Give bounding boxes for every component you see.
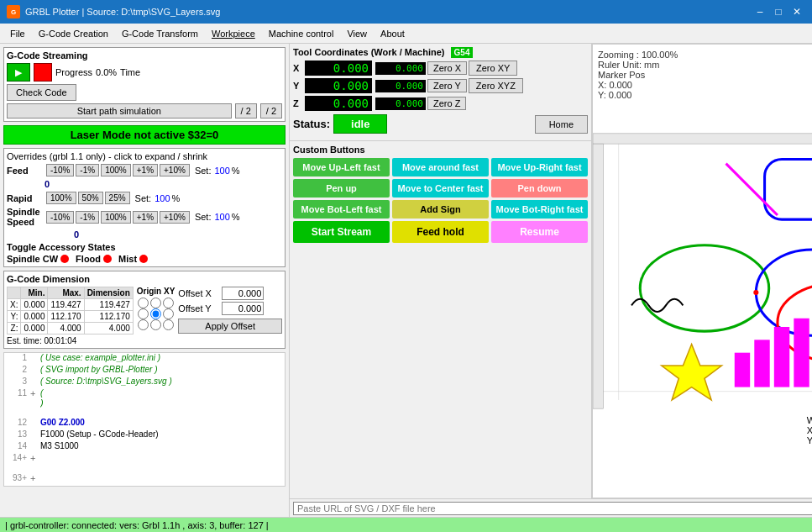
- custom-btn-4[interactable]: Move to Center fast: [392, 179, 489, 198]
- viz-area[interactable]: Zooming : 100.00% Ruler Unit: mm Marker …: [592, 44, 812, 498]
- stop-button[interactable]: [34, 63, 52, 82]
- custom-btn-1[interactable]: Move around fast: [392, 158, 489, 176]
- svg-point-5: [640, 245, 768, 331]
- zero-x-button[interactable]: Zero X: [427, 61, 467, 75]
- zero-xyz-button[interactable]: Zero XYZ: [469, 78, 523, 93]
- dim-th-dimension: Dimension: [84, 287, 133, 299]
- status-bar: | grbl-controller: connected: vers: Grbl…: [0, 517, 812, 532]
- apply-offset-button[interactable]: Apply Offset: [178, 319, 282, 334]
- line-expand[interactable]: +: [30, 453, 40, 463]
- start-stream-button[interactable]: Start Stream: [293, 221, 390, 243]
- feed-minus1[interactable]: -1%: [76, 164, 99, 176]
- mist-dot[interactable]: [139, 255, 148, 263]
- zero-z-button[interactable]: Zero Z: [427, 97, 466, 110]
- custom-btn-2[interactable]: Move Up-Right fast: [491, 158, 588, 176]
- code-editor[interactable]: 1 ( Use case: example_plotter.ini ) 2 ( …: [3, 352, 286, 487]
- zero-y-button[interactable]: Zero Y: [427, 79, 467, 92]
- minimize-button[interactable]: –: [752, 3, 768, 20]
- start-path-sim-button[interactable]: Start path simulation: [7, 103, 232, 119]
- fraction2-button[interactable]: / 2: [260, 103, 282, 119]
- feed-plus1[interactable]: +1%: [133, 164, 158, 176]
- spindle-100[interactable]: 100%: [101, 211, 131, 224]
- home-button[interactable]: Home: [535, 115, 588, 134]
- custom-btn-5[interactable]: Pen down: [491, 179, 588, 198]
- stream-row: Start Stream Feed hold Resume: [293, 221, 588, 243]
- custom-btn-0[interactable]: Move Up-Left fast: [293, 158, 390, 176]
- close-button[interactable]: ✕: [788, 3, 805, 20]
- line-number: 93+: [6, 473, 27, 482]
- status-label: Status:: [293, 118, 330, 130]
- custom-btn-6[interactable]: Move Bot-Left fast: [293, 200, 390, 219]
- origin-radio-topleft[interactable]: [138, 298, 149, 308]
- origin-section: Origin XY: [137, 287, 175, 330]
- play-button[interactable]: ▶: [7, 63, 30, 82]
- url-input[interactable]: [293, 502, 812, 515]
- line-number: 11: [6, 388, 27, 398]
- custom-btn-7[interactable]: Add Sign: [392, 200, 489, 219]
- spindle-cw-label: Spindle CW: [7, 254, 58, 264]
- rapid-100[interactable]: 100%: [46, 192, 76, 204]
- feed-minus10[interactable]: -10%: [46, 164, 74, 176]
- rapid-50[interactable]: 50%: [78, 192, 103, 204]
- list-item: 3 ( Source: D:\tmp\SVG_Layers.svg ): [4, 377, 285, 388]
- spindle-minus10[interactable]: -10%: [46, 211, 74, 224]
- right-top-area: Tool Coordinates (Work / Machine) G54 X …: [290, 44, 812, 498]
- origin-radio-midleft[interactable]: [138, 308, 149, 319]
- spindle-plus10[interactable]: +10%: [160, 211, 190, 224]
- origin-radio-topright[interactable]: [163, 298, 174, 308]
- line-number: 2: [6, 365, 27, 374]
- spindle-cw-dot[interactable]: [60, 255, 69, 263]
- flood-dot[interactable]: [103, 255, 112, 263]
- list-item: 2 ( SVG import by GRBL-Plotter ): [4, 365, 285, 377]
- line-expand[interactable]: +: [30, 473, 40, 483]
- dim-axis-y: Y:: [8, 311, 21, 323]
- line-content: M3 S1000: [40, 441, 283, 450]
- time-label: Time: [120, 67, 140, 77]
- spindle-set-label: Set:: [195, 212, 212, 222]
- gcode-dim-box: G-Code Dimension Min. Max. Dimension: [3, 271, 286, 349]
- menu-machine-control[interactable]: Machine control: [262, 27, 341, 40]
- custom-btn-8[interactable]: Move Bot-Right fast: [491, 200, 588, 219]
- check-code-button[interactable]: Check Code: [7, 84, 76, 101]
- origin-radio-botright[interactable]: [163, 319, 174, 330]
- line-expand[interactable]: +: [30, 388, 40, 398]
- spindle-plus1[interactable]: +1%: [133, 211, 158, 224]
- menu-gcode-transform[interactable]: G-Code Transform: [115, 27, 205, 40]
- progress-row: ▶ Progress 0.0% Time: [7, 63, 282, 82]
- gcode-dim-title: G-Code Dimension: [7, 274, 282, 284]
- zero-xy-button[interactable]: Zero XY: [469, 61, 517, 76]
- line-content: [40, 453, 283, 473]
- maximize-button[interactable]: □: [770, 3, 787, 20]
- menu-file[interactable]: File: [3, 27, 32, 40]
- origin-radio-topcenter[interactable]: [150, 298, 161, 308]
- rapid-label: Rapid: [7, 193, 45, 203]
- custom-btn-3[interactable]: Pen up: [293, 179, 390, 198]
- menu-view[interactable]: View: [340, 27, 374, 40]
- offset-y-input[interactable]: [222, 302, 264, 315]
- feed-hold-button[interactable]: Feed hold: [392, 221, 489, 243]
- origin-radio-midcenter[interactable]: [150, 308, 161, 319]
- table-row: Y: 0.000 112.170 112.170: [8, 311, 134, 323]
- menu-workpiece[interactable]: Workpiece: [205, 27, 262, 40]
- feed-num: 0: [45, 179, 50, 189]
- fraction1-button[interactable]: / 2: [235, 103, 257, 119]
- dim-min-z: 0.000: [21, 323, 48, 334]
- viz-work-pos: Work-Pos: X: 33.429 Y: 39.955: [805, 413, 812, 447]
- svg-rect-3: [593, 144, 603, 408]
- rapid-25[interactable]: 25%: [105, 192, 130, 204]
- viz-marker-pos: Marker Pos: [598, 70, 678, 80]
- menu-gcode-creation[interactable]: G-Code Creation: [32, 27, 115, 40]
- line-content: ( Source: D:\tmp\SVG_Layers.svg ): [40, 377, 283, 386]
- dim-max-z: 4.000: [48, 323, 84, 334]
- menu-about[interactable]: About: [374, 27, 411, 40]
- offset-x-input[interactable]: [222, 287, 264, 300]
- spindle-minus1[interactable]: -1%: [76, 211, 99, 224]
- resume-button[interactable]: Resume: [491, 221, 588, 243]
- list-item: 14+ +: [4, 453, 285, 473]
- origin-radio-botcenter[interactable]: [150, 319, 161, 330]
- origin-radio-midright[interactable]: [163, 308, 174, 319]
- coord-work-z: 0.000: [305, 96, 372, 111]
- feed-plus10[interactable]: +10%: [160, 164, 190, 176]
- feed-100[interactable]: 100%: [101, 164, 131, 176]
- origin-radio-botleft[interactable]: [138, 319, 149, 330]
